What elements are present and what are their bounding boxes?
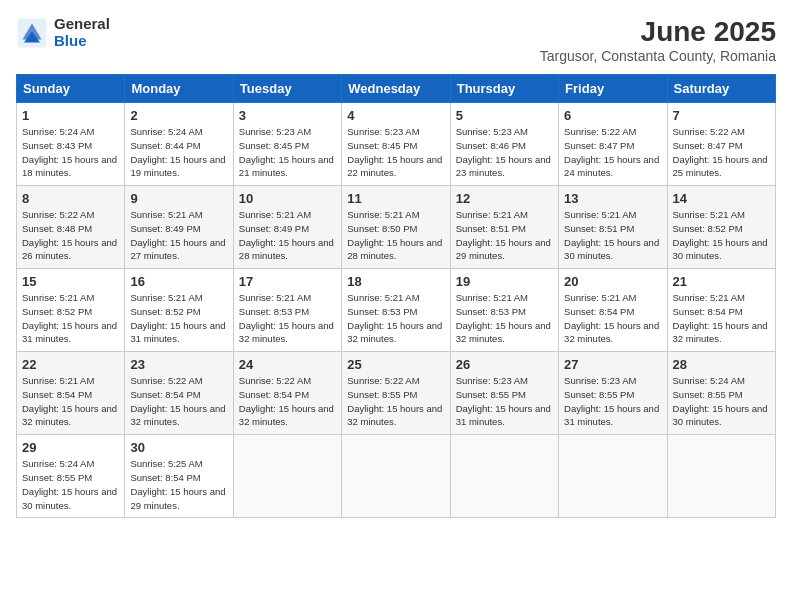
calendar-cell: 18Sunrise: 5:21 AMSunset: 8:53 PMDayligh… [342,269,450,352]
cell-content: Sunrise: 5:21 AMSunset: 8:53 PMDaylight:… [239,291,336,346]
calendar-cell: 14Sunrise: 5:21 AMSunset: 8:52 PMDayligh… [667,186,775,269]
weekday-header: Wednesday [342,75,450,103]
logo-text: General Blue [54,16,110,49]
weekday-header: Tuesday [233,75,341,103]
day-number: 8 [22,191,119,206]
calendar-cell: 12Sunrise: 5:21 AMSunset: 8:51 PMDayligh… [450,186,558,269]
title-area: June 2025 Targusor, Constanta County, Ro… [540,16,776,64]
cell-content: Sunrise: 5:24 AMSunset: 8:44 PMDaylight:… [130,125,227,180]
calendar-cell [667,435,775,518]
calendar-week-row: 8Sunrise: 5:22 AMSunset: 8:48 PMDaylight… [17,186,776,269]
logo-general-text: General [54,16,110,33]
calendar-cell: 25Sunrise: 5:22 AMSunset: 8:55 PMDayligh… [342,352,450,435]
location: Targusor, Constanta County, Romania [540,48,776,64]
day-number: 14 [673,191,770,206]
calendar-cell: 20Sunrise: 5:21 AMSunset: 8:54 PMDayligh… [559,269,667,352]
calendar-cell: 4Sunrise: 5:23 AMSunset: 8:45 PMDaylight… [342,103,450,186]
cell-content: Sunrise: 5:23 AMSunset: 8:45 PMDaylight:… [347,125,444,180]
calendar-header: SundayMondayTuesdayWednesdayThursdayFrid… [17,75,776,103]
calendar-cell: 2Sunrise: 5:24 AMSunset: 8:44 PMDaylight… [125,103,233,186]
cell-content: Sunrise: 5:21 AMSunset: 8:51 PMDaylight:… [564,208,661,263]
calendar-cell: 30Sunrise: 5:25 AMSunset: 8:54 PMDayligh… [125,435,233,518]
cell-content: Sunrise: 5:23 AMSunset: 8:55 PMDaylight:… [456,374,553,429]
calendar-week-row: 22Sunrise: 5:21 AMSunset: 8:54 PMDayligh… [17,352,776,435]
calendar-cell: 24Sunrise: 5:22 AMSunset: 8:54 PMDayligh… [233,352,341,435]
calendar-cell: 19Sunrise: 5:21 AMSunset: 8:53 PMDayligh… [450,269,558,352]
calendar-cell: 9Sunrise: 5:21 AMSunset: 8:49 PMDaylight… [125,186,233,269]
cell-content: Sunrise: 5:21 AMSunset: 8:49 PMDaylight:… [239,208,336,263]
logo-icon [16,17,48,49]
calendar-cell [559,435,667,518]
cell-content: Sunrise: 5:21 AMSunset: 8:51 PMDaylight:… [456,208,553,263]
calendar-cell: 15Sunrise: 5:21 AMSunset: 8:52 PMDayligh… [17,269,125,352]
cell-content: Sunrise: 5:21 AMSunset: 8:54 PMDaylight:… [22,374,119,429]
calendar-cell: 16Sunrise: 5:21 AMSunset: 8:52 PMDayligh… [125,269,233,352]
cell-content: Sunrise: 5:23 AMSunset: 8:45 PMDaylight:… [239,125,336,180]
day-number: 24 [239,357,336,372]
cell-content: Sunrise: 5:22 AMSunset: 8:48 PMDaylight:… [22,208,119,263]
calendar-cell: 27Sunrise: 5:23 AMSunset: 8:55 PMDayligh… [559,352,667,435]
weekday-header: Saturday [667,75,775,103]
cell-content: Sunrise: 5:24 AMSunset: 8:55 PMDaylight:… [22,457,119,512]
cell-content: Sunrise: 5:23 AMSunset: 8:55 PMDaylight:… [564,374,661,429]
day-number: 4 [347,108,444,123]
calendar-cell: 22Sunrise: 5:21 AMSunset: 8:54 PMDayligh… [17,352,125,435]
calendar-cell: 13Sunrise: 5:21 AMSunset: 8:51 PMDayligh… [559,186,667,269]
day-number: 6 [564,108,661,123]
cell-content: Sunrise: 5:22 AMSunset: 8:47 PMDaylight:… [564,125,661,180]
day-number: 21 [673,274,770,289]
cell-content: Sunrise: 5:24 AMSunset: 8:55 PMDaylight:… [673,374,770,429]
calendar-cell: 28Sunrise: 5:24 AMSunset: 8:55 PMDayligh… [667,352,775,435]
calendar-week-row: 15Sunrise: 5:21 AMSunset: 8:52 PMDayligh… [17,269,776,352]
cell-content: Sunrise: 5:24 AMSunset: 8:43 PMDaylight:… [22,125,119,180]
day-number: 15 [22,274,119,289]
calendar-body: 1Sunrise: 5:24 AMSunset: 8:43 PMDaylight… [17,103,776,518]
calendar-cell [233,435,341,518]
calendar-cell: 21Sunrise: 5:21 AMSunset: 8:54 PMDayligh… [667,269,775,352]
calendar-cell: 11Sunrise: 5:21 AMSunset: 8:50 PMDayligh… [342,186,450,269]
cell-content: Sunrise: 5:21 AMSunset: 8:54 PMDaylight:… [673,291,770,346]
day-number: 12 [456,191,553,206]
cell-content: Sunrise: 5:22 AMSunset: 8:47 PMDaylight:… [673,125,770,180]
day-number: 29 [22,440,119,455]
day-number: 30 [130,440,227,455]
cell-content: Sunrise: 5:21 AMSunset: 8:53 PMDaylight:… [347,291,444,346]
calendar-cell: 3Sunrise: 5:23 AMSunset: 8:45 PMDaylight… [233,103,341,186]
day-number: 17 [239,274,336,289]
cell-content: Sunrise: 5:21 AMSunset: 8:53 PMDaylight:… [456,291,553,346]
weekday-header: Thursday [450,75,558,103]
calendar-cell: 6Sunrise: 5:22 AMSunset: 8:47 PMDaylight… [559,103,667,186]
day-number: 20 [564,274,661,289]
weekday-header: Friday [559,75,667,103]
calendar-cell: 29Sunrise: 5:24 AMSunset: 8:55 PMDayligh… [17,435,125,518]
day-number: 28 [673,357,770,372]
weekday-header: Sunday [17,75,125,103]
cell-content: Sunrise: 5:25 AMSunset: 8:54 PMDaylight:… [130,457,227,512]
day-number: 27 [564,357,661,372]
header: General Blue June 2025 Targusor, Constan… [16,16,776,64]
cell-content: Sunrise: 5:22 AMSunset: 8:54 PMDaylight:… [239,374,336,429]
cell-content: Sunrise: 5:21 AMSunset: 8:52 PMDaylight:… [22,291,119,346]
calendar-week-row: 1Sunrise: 5:24 AMSunset: 8:43 PMDaylight… [17,103,776,186]
calendar: SundayMondayTuesdayWednesdayThursdayFrid… [16,74,776,518]
calendar-cell: 8Sunrise: 5:22 AMSunset: 8:48 PMDaylight… [17,186,125,269]
calendar-cell: 5Sunrise: 5:23 AMSunset: 8:46 PMDaylight… [450,103,558,186]
day-number: 7 [673,108,770,123]
calendar-cell [342,435,450,518]
cell-content: Sunrise: 5:21 AMSunset: 8:50 PMDaylight:… [347,208,444,263]
day-number: 13 [564,191,661,206]
calendar-cell: 7Sunrise: 5:22 AMSunset: 8:47 PMDaylight… [667,103,775,186]
day-number: 23 [130,357,227,372]
day-number: 25 [347,357,444,372]
calendar-cell: 1Sunrise: 5:24 AMSunset: 8:43 PMDaylight… [17,103,125,186]
day-number: 11 [347,191,444,206]
calendar-cell: 26Sunrise: 5:23 AMSunset: 8:55 PMDayligh… [450,352,558,435]
day-number: 10 [239,191,336,206]
cell-content: Sunrise: 5:21 AMSunset: 8:52 PMDaylight:… [130,291,227,346]
day-number: 16 [130,274,227,289]
day-number: 19 [456,274,553,289]
logo-blue-text: Blue [54,33,110,50]
day-number: 9 [130,191,227,206]
day-number: 3 [239,108,336,123]
day-number: 22 [22,357,119,372]
